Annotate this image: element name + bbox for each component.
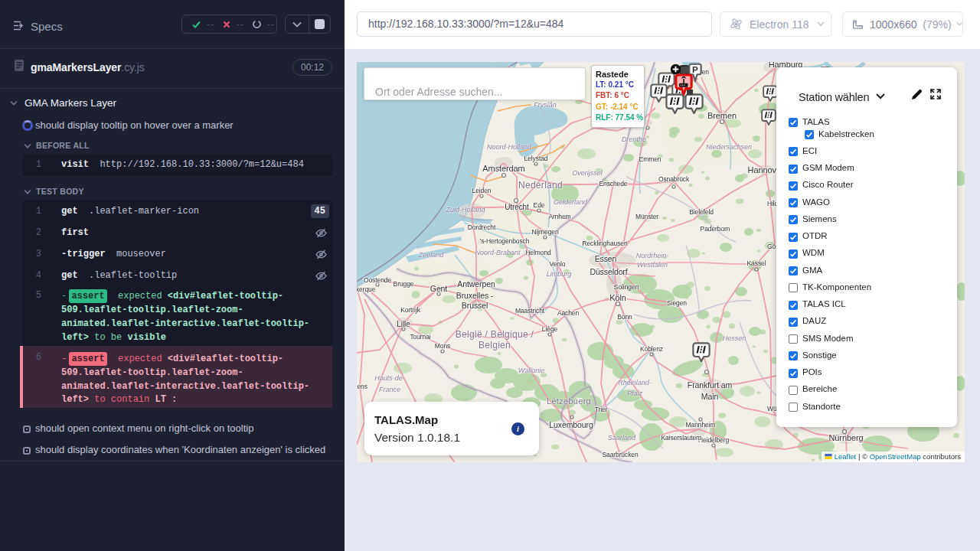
- svg-text:P: P: [692, 64, 698, 74]
